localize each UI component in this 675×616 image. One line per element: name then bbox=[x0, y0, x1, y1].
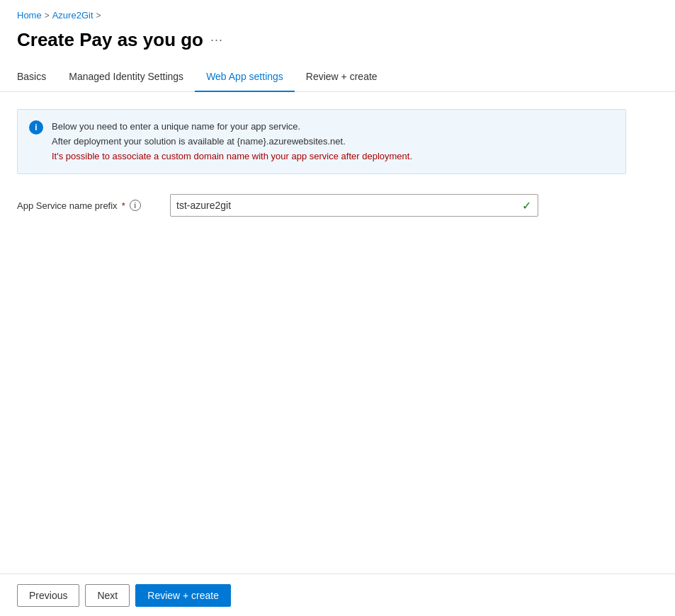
form-label-app-service: App Service name prefix * i bbox=[17, 200, 159, 211]
review-create-button[interactable]: Review + create bbox=[135, 584, 231, 607]
tab-web-app-settings[interactable]: Web App settings bbox=[195, 65, 295, 92]
breadcrumb-home[interactable]: Home bbox=[17, 10, 42, 21]
tab-basics[interactable]: Basics bbox=[17, 65, 57, 92]
breadcrumb-azure2git[interactable]: Azure2Git bbox=[52, 10, 93, 21]
footer: Previous Next Review + create bbox=[0, 574, 675, 616]
form-row-app-service: App Service name prefix * i ✓ bbox=[17, 194, 658, 217]
page-title: Create Pay as you go bbox=[17, 29, 203, 51]
tabs-container: Basics Managed Identity Settings Web App… bbox=[0, 65, 675, 92]
tab-review-create[interactable]: Review + create bbox=[295, 65, 389, 92]
breadcrumb: Home > Azure2Git > bbox=[0, 0, 675, 25]
input-wrapper: ✓ bbox=[170, 194, 538, 217]
info-line-3: It's possible to associate a custom doma… bbox=[52, 151, 412, 161]
required-indicator: * bbox=[122, 200, 125, 211]
info-line-2: After deployment your solution is availa… bbox=[52, 136, 346, 147]
breadcrumb-sep-2: > bbox=[96, 11, 101, 21]
tab-managed-identity[interactable]: Managed Identity Settings bbox=[57, 65, 195, 92]
app-service-name-input[interactable] bbox=[170, 194, 538, 217]
input-valid-icon: ✓ bbox=[522, 199, 531, 212]
info-box: i Below you need to enter a unique name … bbox=[17, 109, 626, 174]
previous-button[interactable]: Previous bbox=[17, 584, 79, 607]
breadcrumb-sep-1: > bbox=[45, 11, 50, 21]
page-header: Create Pay as you go ··· bbox=[0, 25, 675, 65]
next-button[interactable]: Next bbox=[85, 584, 130, 607]
content-area: i Below you need to enter a unique name … bbox=[0, 92, 675, 517]
info-icon: i bbox=[29, 120, 43, 135]
label-text: App Service name prefix bbox=[17, 200, 118, 211]
page-menu-icon[interactable]: ··· bbox=[210, 33, 223, 47]
tooltip-icon[interactable]: i bbox=[130, 200, 141, 211]
info-text: Below you need to enter a unique name fo… bbox=[52, 120, 412, 164]
info-line-1: Below you need to enter a unique name fo… bbox=[52, 121, 300, 132]
